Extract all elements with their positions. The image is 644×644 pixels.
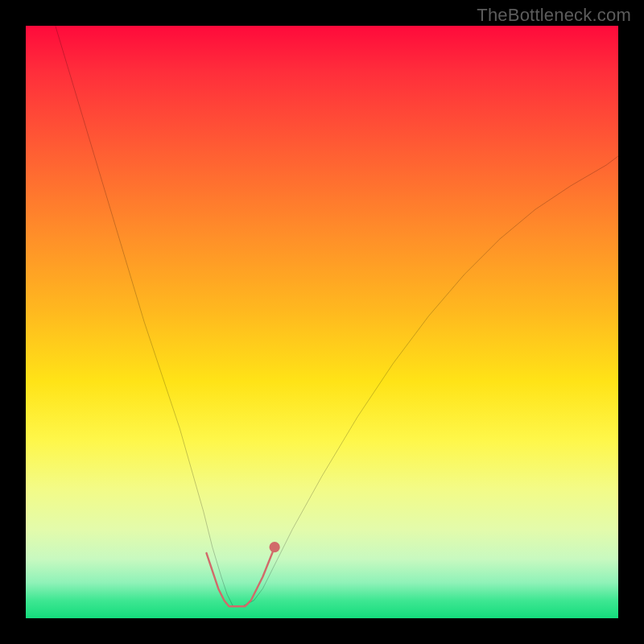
- marker-trough-dots: [269, 542, 279, 552]
- bottleneck-curve: [56, 26, 618, 606]
- chart-stage: TheBottleneck.com: [0, 0, 644, 644]
- watermark-text: TheBottleneck.com: [477, 5, 631, 26]
- chart-svg: [26, 26, 618, 618]
- marker-trough-line: [206, 547, 275, 607]
- plot-area: [26, 26, 618, 618]
- marker-dot: [269, 542, 279, 552]
